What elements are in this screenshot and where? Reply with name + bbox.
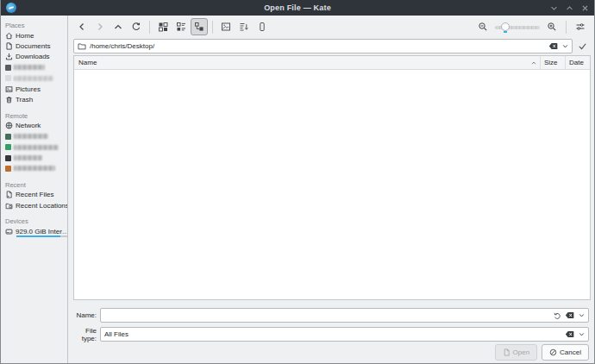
cancel-button[interactable]: Cancel [542, 344, 589, 361]
preview-button[interactable] [217, 18, 235, 35]
column-label: Name [78, 59, 97, 66]
sidebar-item-recent-files[interactable]: Recent Files [5, 190, 67, 200]
chevron-down-icon[interactable] [578, 311, 586, 319]
reload-button[interactable] [128, 18, 145, 35]
accept-location-button[interactable] [575, 40, 589, 53]
window-title: Open File — Kate [1, 3, 594, 12]
column-header-size[interactable]: Size [541, 56, 566, 69]
sidebar-item-label: Recent Locations [16, 202, 68, 210]
recent-locations-icon [5, 202, 13, 210]
harddrive-icon [5, 228, 13, 235]
redacted-folder-icon [5, 75, 11, 81]
sidebar-item-recent-locations[interactable]: Recent Locations [5, 200, 67, 210]
toolbar-separator [149, 21, 150, 34]
recent-files-icon [5, 191, 13, 198]
sidebar-item-home[interactable]: Home [5, 30, 67, 41]
icon-view-button[interactable] [154, 18, 172, 35]
redacted-share-icon [5, 155, 11, 161]
sidebar-item-label: Network [16, 122, 41, 129]
sidebar-item-redacted[interactable] [5, 142, 67, 153]
filename-row: Name: [69, 308, 589, 323]
sort-ascending-icon [530, 60, 537, 66]
sidebar-item-redacted[interactable] [5, 153, 67, 163]
section-header-remote: Remote [5, 111, 67, 121]
chevron-down-icon[interactable] [578, 330, 586, 338]
zoom-in-button[interactable] [543, 18, 561, 35]
filename-field[interactable] [100, 308, 589, 323]
bookmark-button[interactable] [254, 18, 271, 35]
zoom-slider-handle[interactable] [501, 22, 510, 31]
trash-icon [5, 96, 13, 104]
clear-icon[interactable] [548, 42, 558, 50]
sidebar-item-device[interactable]: 929.0 GiB Inter… [5, 226, 67, 236]
sidebar-item-redacted[interactable] [5, 62, 67, 72]
redacted-folder-icon [5, 65, 11, 71]
sidebar-item-label: Pictures [16, 85, 41, 93]
chevron-down-icon[interactable] [561, 42, 569, 50]
sidebar-item-label: Downloads [16, 53, 50, 60]
titlebar[interactable]: Open File — Kate [1, 0, 594, 16]
filetype-combobox[interactable]: All Files [100, 327, 589, 342]
filename-input[interactable] [104, 311, 549, 319]
cancel-icon [549, 348, 557, 356]
open-file-dialog: Open File — Kate Places Home Documents D… [0, 0, 595, 364]
column-label: Size [544, 59, 558, 66]
disk-usage-bar [16, 235, 67, 237]
section-header-places: Places [5, 21, 67, 30]
back-button[interactable] [73, 18, 91, 35]
section-header-devices: Devices [5, 217, 67, 226]
sidebar-item-trash[interactable]: Trash [5, 94, 67, 104]
redacted-label [14, 145, 59, 150]
zoom-slider-mark [504, 31, 507, 33]
file-list-viewport[interactable] [74, 70, 590, 299]
undo-icon[interactable] [553, 311, 561, 320]
tree-view-button[interactable] [191, 18, 208, 35]
sidebar-item-label: 929.0 GiB Inter… [16, 228, 68, 235]
redacted-share-icon [5, 134, 11, 140]
open-button-label: Open [513, 348, 530, 356]
sidebar-item-redacted[interactable] [5, 73, 67, 84]
file-list-header: Name Size Date [74, 56, 590, 70]
network-icon [5, 122, 13, 129]
clear-icon[interactable] [565, 311, 574, 319]
toolbar-separator [212, 21, 213, 34]
detail-view-button[interactable] [172, 18, 190, 35]
sidebar-item-redacted[interactable] [5, 131, 67, 141]
zoom-controls [474, 18, 589, 35]
open-button[interactable]: Open [495, 344, 538, 361]
location-bar[interactable]: /home/chris/Desktop/ [73, 39, 573, 53]
sort-button[interactable] [235, 18, 253, 35]
filetype-value: All Files [104, 330, 561, 338]
column-header-name[interactable]: Name [74, 56, 541, 69]
zoom-slider[interactable] [495, 22, 540, 32]
minimize-button[interactable] [550, 4, 558, 12]
redacted-share-icon [5, 144, 11, 150]
forward-button[interactable] [91, 18, 109, 35]
open-document-icon [503, 348, 510, 356]
zoom-out-button[interactable] [474, 18, 492, 35]
clear-icon[interactable] [565, 330, 574, 338]
options-button[interactable] [572, 18, 589, 35]
main-area: /home/chris/Desktop/ Name Size Date [69, 16, 594, 363]
toolbar [69, 16, 594, 37]
location-path: /home/chris/Desktop/ [90, 42, 545, 50]
sidebar-item-downloads[interactable]: Downloads [5, 52, 67, 62]
sidebar-item-label: Trash [16, 96, 33, 104]
document-icon [5, 42, 13, 50]
sidebar-item-label: Home [16, 32, 34, 40]
sidebar-item-pictures[interactable]: Pictures [5, 84, 67, 94]
sidebar-item-label: Recent Files [16, 191, 53, 198]
file-list: Name Size Date [73, 55, 591, 300]
sidebar-item-network[interactable]: Network [5, 121, 67, 131]
toolbar-separator [566, 21, 567, 34]
pictures-icon [5, 85, 13, 93]
sidebar-item-documents[interactable]: Documents [5, 41, 67, 51]
up-button[interactable] [110, 18, 127, 35]
sidebar-item-redacted[interactable] [5, 163, 67, 173]
redacted-label [14, 76, 53, 81]
close-button[interactable] [581, 4, 589, 12]
sidebar-item-label: Documents [16, 42, 50, 50]
redacted-label [14, 155, 42, 160]
column-header-date[interactable]: Date [566, 56, 590, 69]
maximize-button[interactable] [566, 4, 573, 12]
